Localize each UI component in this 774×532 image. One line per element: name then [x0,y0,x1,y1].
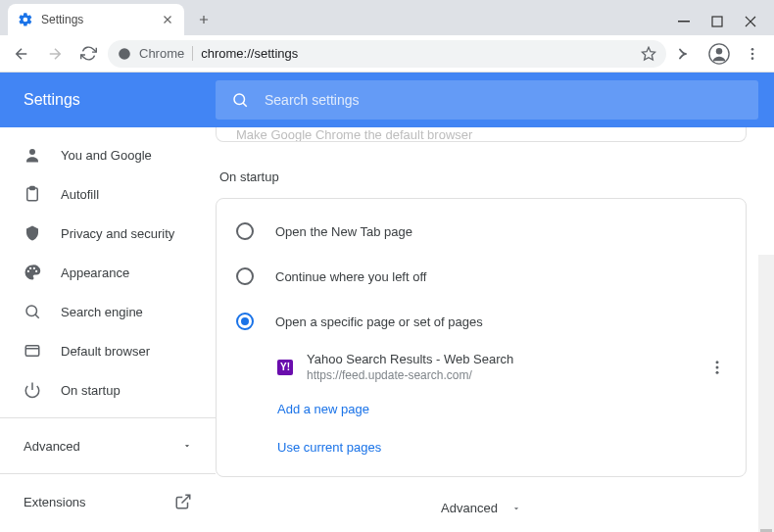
maximize-icon[interactable] [711,16,723,27]
search-icon [231,91,249,109]
sidebar-item-label: On startup [61,383,121,398]
radio-icon [236,222,254,240]
sidebar-item-label: Default browser [61,344,150,359]
minimize-icon[interactable] [678,16,690,27]
radio-label: Open a specific page or set of pages [275,314,483,329]
yahoo-favicon: Y! [277,360,293,375]
shield-icon [24,224,41,242]
sidebar-item-label: Autofill [61,187,99,202]
svg-point-13 [26,306,37,316]
sidebar-item-label: Advanced [24,439,80,454]
section-title: On startup [219,169,747,184]
close-window-icon[interactable] [745,16,756,27]
sidebar-item-search-engine[interactable]: Search engine [0,292,216,331]
svg-point-5 [716,48,722,54]
omnibox-prefix: Chrome [139,46,193,61]
close-icon[interactable] [161,13,174,26]
radio-icon [236,313,254,330]
browser-tab[interactable]: Settings [8,4,184,35]
sidebar-extensions[interactable]: Extensions [0,482,216,521]
page-title: Settings [24,91,216,109]
use-current-pages-link[interactable]: Use current pages [217,428,746,466]
search-icon [24,303,41,320]
bookmark-star-icon[interactable] [641,46,656,62]
sidebar-item-label: Privacy and security [61,226,174,241]
advanced-label: Advanced [441,501,498,515]
person-icon [24,146,41,164]
svg-rect-0 [678,21,690,23]
sidebar-item-you-and-google[interactable]: You and Google [0,135,216,174]
site-info-icon[interactable] [118,47,131,61]
power-icon [24,381,41,399]
svg-point-6 [751,48,754,51]
svg-point-9 [234,94,245,105]
search-input[interactable] [265,92,743,108]
sidebar-item-privacy[interactable]: Privacy and security [0,214,216,253]
menu-kebab-icon[interactable] [739,40,766,68]
address-bar[interactable]: Chrome chrome://settings [108,40,666,68]
svg-marker-3 [642,47,654,60]
add-new-page-link[interactable]: Add a new page [217,390,746,428]
svg-rect-12 [30,187,35,190]
sidebar-item-label: Search engine [61,305,143,319]
back-button[interactable] [8,40,35,68]
open-in-new-icon [174,493,192,510]
forward-button[interactable] [41,40,69,68]
page-title: Yahoo Search Results - Web Search [307,352,695,366]
svg-point-8 [751,57,754,60]
radio-continue[interactable]: Continue where you left off [217,254,746,299]
gear-icon [18,12,33,27]
sidebar-advanced[interactable]: Advanced [0,426,216,465]
radio-label: Continue where you left off [275,269,426,284]
omnibox-url: chrome://settings [201,46,298,61]
sidebar-item-appearance[interactable]: Appearance [0,253,216,292]
clipboard-icon [24,185,41,203]
radio-specific-page[interactable]: Open a specific page or set of pages [217,299,746,344]
extension-icon[interactable] [672,40,700,68]
sidebar-about[interactable]: About Chrome [0,521,216,532]
svg-point-16 [716,361,719,363]
divider [0,473,216,474]
page-url: https://feed.update-search.com/ [307,368,695,382]
sidebar-item-default-browser[interactable]: Default browser [0,331,216,370]
radio-icon [236,267,254,285]
sidebar-item-label: You and Google [61,148,152,163]
radio-label: Open the New Tab page [275,224,412,239]
browser-icon [24,342,41,360]
sidebar-item-autofill[interactable]: Autofill [0,174,216,214]
svg-point-2 [119,48,130,60]
reload-button[interactable] [74,40,102,68]
svg-rect-14 [25,346,39,357]
divider [0,417,216,418]
more-actions-icon[interactable] [708,359,726,376]
svg-point-10 [29,149,35,155]
sidebar-item-on-startup[interactable]: On startup [0,370,216,410]
svg-rect-1 [712,17,722,26]
svg-point-18 [716,370,719,373]
startup-page-row: Y! Yahoo Search Results - Web Search htt… [217,344,746,390]
sidebar-item-label: Extensions [24,495,86,509]
radio-new-tab[interactable]: Open the New Tab page [217,209,746,254]
new-tab-button[interactable] [190,6,218,33]
default-browser-card: Make Google Chrome the default browser [216,127,747,142]
chevron-down-icon [511,504,521,513]
profile-avatar[interactable] [705,40,733,68]
advanced-toggle[interactable]: Advanced [216,501,747,515]
chevron-down-icon [182,441,192,451]
startup-card: Open the New Tab page Continue where you… [216,198,747,477]
tab-title: Settings [41,13,83,26]
sidebar-item-label: Appearance [61,266,129,280]
svg-point-7 [751,52,754,55]
scrollbar[interactable] [758,255,774,532]
svg-point-17 [716,365,719,368]
settings-search[interactable] [216,80,758,120]
palette-icon [24,264,41,281]
